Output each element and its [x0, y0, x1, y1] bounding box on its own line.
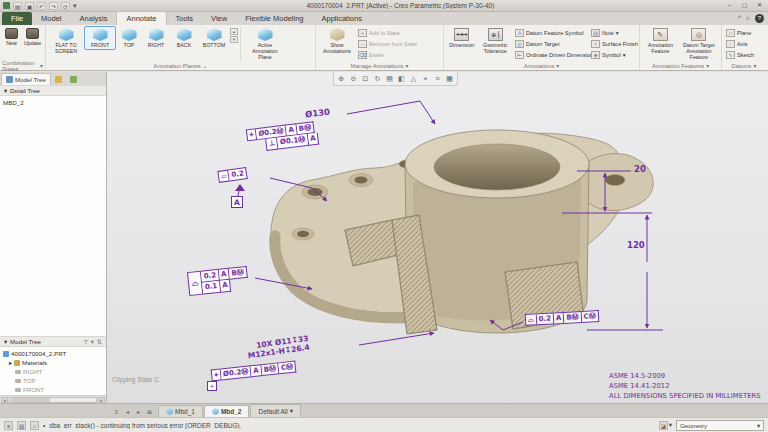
- show-annotations-button[interactable]: Show Annotations: [318, 26, 356, 56]
- tree-filter-dropdown-icon[interactable]: ▾: [91, 338, 94, 345]
- datum-target-annotation-feature-button[interactable]: ◎ Datum Target Annotation Feature: [679, 26, 719, 62]
- symbol-dropdown-icon[interactable]: ▾: [623, 52, 626, 58]
- zoom-in-icon[interactable]: ⊕: [336, 73, 347, 84]
- top-plane-button[interactable]: TOP: [116, 26, 142, 50]
- dimension-button[interactable]: ↤↦ Dimension: [446, 26, 478, 50]
- tab-file[interactable]: File: [2, 12, 32, 25]
- tree-item-front[interactable]: FRONT: [3, 385, 103, 394]
- search-tool-icon[interactable]: ⌕: [30, 421, 39, 430]
- note-button[interactable]: ▤ Note ▾: [589, 27, 637, 38]
- save-icon[interactable]: ▣: [25, 2, 34, 10]
- maximize-button[interactable]: ▢: [739, 1, 750, 10]
- back-plane-button[interactable]: BACK: [170, 26, 198, 50]
- general-notes[interactable]: ASME 14.5-2009 ASME 14.41-2012 ALL DIMEN…: [609, 371, 761, 401]
- detail-tree-header[interactable]: ▾ Detail Tree: [0, 85, 106, 96]
- geometric-tolerance-button[interactable]: ⊕⎥ Geometric Tolerance: [478, 26, 513, 56]
- expand-materials-icon[interactable]: ▸: [9, 359, 12, 366]
- tree-item-right[interactable]: RIGHT: [3, 367, 103, 376]
- undo-icon[interactable]: ↶: [37, 2, 46, 10]
- detail-tree-collapse-icon[interactable]: ▾: [4, 87, 7, 94]
- scroll-left-icon[interactable]: ◂: [1, 397, 8, 403]
- right-plane-button[interactable]: RIGHT: [142, 26, 170, 50]
- plane-list-spinner[interactable]: ▴ ▾: [230, 26, 238, 43]
- datum-target-button[interactable]: ◎ Datum Target: [513, 38, 589, 49]
- model-tree-collapse-icon[interactable]: ▾: [4, 338, 7, 345]
- remove-from-state-button[interactable]: − Remove from State: [356, 38, 419, 49]
- message-log-icon[interactable]: ▤: [17, 421, 26, 430]
- tab-view[interactable]: View: [202, 12, 236, 25]
- symbol-button[interactable]: ◈ Symbol ▾: [589, 49, 637, 60]
- flat-to-screen-button[interactable]: FLAT TO SCREEN: [48, 26, 84, 56]
- view-list-icon[interactable]: ≡: [432, 73, 443, 84]
- tree-horizontal-scrollbar[interactable]: ◂ ▸: [0, 395, 106, 403]
- tab-annotate[interactable]: Annotate: [116, 11, 166, 25]
- scroll-right-icon[interactable]: ▸: [98, 397, 105, 403]
- tree-item-root[interactable]: 4000170004_2.PRT: [3, 349, 103, 358]
- add-to-state-button[interactable]: + Add to State: [356, 27, 419, 38]
- plane-button[interactable]: ▱ Plane: [724, 27, 756, 38]
- tree-settings-icon[interactable]: ⇅: [97, 338, 102, 345]
- tab-next-icon[interactable]: ▸: [134, 408, 143, 415]
- scroll-track[interactable]: [9, 397, 97, 403]
- tab-favorites[interactable]: [66, 74, 81, 85]
- redo-icon[interactable]: ↷: [49, 2, 58, 10]
- tab-applications[interactable]: Applications: [313, 12, 371, 25]
- sketch-button[interactable]: ∿ Sketch: [724, 49, 756, 60]
- tab-grid-icon[interactable]: ⊞: [145, 408, 154, 415]
- search-icon[interactable]: ⌕: [746, 13, 750, 23]
- tree-filter-icon[interactable]: T: [84, 338, 88, 345]
- tab-model[interactable]: Model: [32, 12, 70, 25]
- group-label-datums[interactable]: Datums▾: [724, 61, 764, 70]
- scroll-thumb[interactable]: [11, 398, 50, 402]
- group-label-annotations[interactable]: Annotations▾: [446, 61, 637, 70]
- new-button[interactable]: New: [2, 26, 21, 48]
- tab-flexible-modeling[interactable]: Flexible Modeling: [236, 12, 312, 25]
- zoom-out-icon[interactable]: ⊖: [348, 73, 359, 84]
- collapse-ribbon-icon[interactable]: ^: [738, 13, 741, 23]
- minimize-button[interactable]: –: [724, 1, 735, 10]
- annotation-feature-button[interactable]: ✎ Annotation Feature: [642, 26, 679, 56]
- tab-analysis[interactable]: Analysis: [71, 12, 117, 25]
- default-all-dropdown-icon[interactable]: ▾: [290, 407, 293, 415]
- close-button[interactable]: ✕: [754, 1, 765, 10]
- refit-icon[interactable]: ⊡: [360, 73, 371, 84]
- bottom-plane-button[interactable]: BOTTOM: [198, 26, 230, 50]
- appearance-dropdown-icon[interactable]: ▾: [669, 421, 672, 429]
- active-annotation-plane-button[interactable]: Active Annotation Plane: [243, 26, 287, 62]
- erase-button[interactable]: ⌫ Erase: [356, 49, 419, 60]
- note-dropdown-icon[interactable]: ▾: [616, 30, 619, 36]
- surface-finish-button[interactable]: √ Surface Finish: [589, 38, 637, 49]
- datum-feature-symbol-button[interactable]: A Datum Feature Symbol: [513, 27, 589, 38]
- graphics-area[interactable]: ⊕ ⊖ ⊡ ↻ ▤ ◧ △ ⌖ ≡ ▦ Ø130 ⌖ Ø0.2Ⓜ A BⓂ: [107, 72, 768, 403]
- help-icon[interactable]: ?: [755, 14, 764, 23]
- ordinate-driven-dimension-button[interactable]: ⇤ Ordinate Driven Dimension: [513, 49, 589, 60]
- model-tab-default-all[interactable]: Default All ▾: [250, 404, 301, 417]
- model-tab-mbd1[interactable]: Mbd_1: [158, 405, 203, 417]
- tab-prev-icon[interactable]: ◂: [123, 408, 132, 415]
- datum-display-icon[interactable]: △: [408, 73, 419, 84]
- plus-box-icon[interactable]: +: [207, 381, 217, 391]
- spinner-down-icon[interactable]: ▾: [230, 36, 238, 43]
- detail-tree-item-mbd2[interactable]: MBD_2: [3, 98, 103, 107]
- axis-button[interactable]: ∕ Axis: [724, 38, 756, 49]
- shading-icon[interactable]: ▤: [384, 73, 395, 84]
- tab-model-tree[interactable]: Model Tree: [1, 73, 51, 85]
- tab-folder-browser[interactable]: [51, 74, 66, 85]
- tree-item-materials[interactable]: ▸ Materials: [3, 358, 103, 367]
- group-label-annotation-features[interactable]: Annotation Features▾: [642, 62, 719, 70]
- annotation-display-icon[interactable]: ⌖: [420, 73, 431, 84]
- model-viewport[interactable]: [107, 72, 768, 403]
- datum-feature-a[interactable]: A: [231, 196, 243, 208]
- update-button[interactable]: Update: [21, 26, 44, 48]
- dim-20[interactable]: 20: [634, 164, 646, 174]
- group-label-manage-annotations[interactable]: Manage Annotations▾: [318, 61, 441, 70]
- tab-list-icon[interactable]: ≡: [112, 409, 121, 415]
- dim-120[interactable]: 120: [627, 240, 645, 250]
- regenerate-icon[interactable]: ⟳: [61, 2, 70, 10]
- spinner-up-icon[interactable]: ▴: [230, 28, 238, 35]
- new-file-icon[interactable]: ▤: [13, 2, 22, 10]
- tree-item-top[interactable]: TOP: [3, 376, 103, 385]
- tab-tools[interactable]: Tools: [167, 12, 203, 25]
- model-tab-mbd2[interactable]: Mbd_2: [204, 405, 250, 417]
- view-manager-icon[interactable]: ▦: [444, 73, 455, 84]
